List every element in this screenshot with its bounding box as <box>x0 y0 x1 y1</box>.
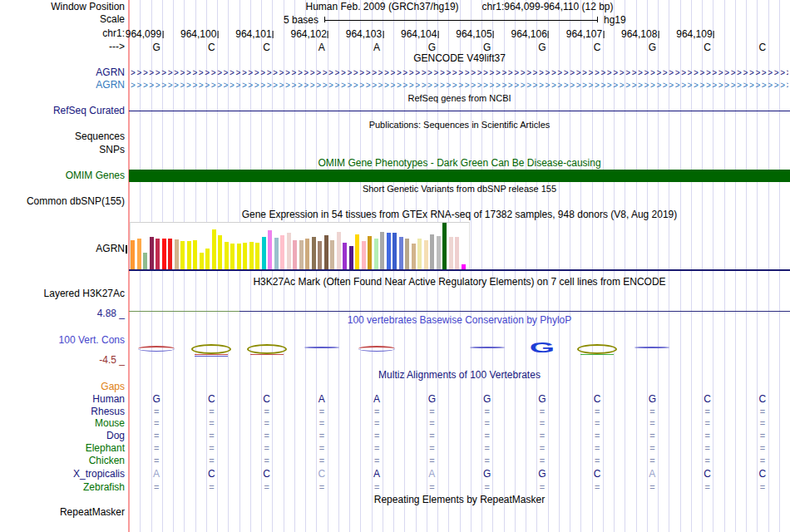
species-label-rhesus[interactable]: Rhesus <box>0 406 125 417</box>
multiz-gaps-label[interactable]: Gaps <box>0 382 125 392</box>
alignment-match-mark: = <box>319 406 324 417</box>
alignment-match-mark: = <box>319 418 324 429</box>
alignment-base: C <box>704 469 711 480</box>
gencode-gene-label-agrn-2[interactable]: AGRN <box>0 80 125 91</box>
gtex-tissue-bar <box>355 234 359 270</box>
species-label-x-tropicalis[interactable]: X_tropicalis <box>0 469 125 480</box>
gtex-tissue-bar <box>187 241 191 270</box>
alignment-match-mark: = <box>760 406 765 417</box>
alignment-match-mark: = <box>209 431 214 441</box>
gtex-tissue-bar <box>212 229 216 270</box>
alignment-base: C <box>208 469 215 480</box>
gtex-tissue-bar <box>249 242 254 270</box>
snps-label[interactable]: SNPs <box>0 145 125 155</box>
gtex-tissue-bar <box>143 253 147 270</box>
gtex-gene-label[interactable]: AGRN <box>0 244 125 254</box>
ruler-bases[interactable]: GCCAAGGGCGCC <box>0 42 790 53</box>
gtex-tissue-bar <box>287 233 291 270</box>
alignment-match-mark: = <box>649 431 654 441</box>
gtex-tissue-bar <box>237 244 241 270</box>
ruler-base: G <box>428 42 436 53</box>
omim-genes-label[interactable]: OMIM Genes <box>0 170 125 181</box>
alignment-match-mark: = <box>540 443 545 454</box>
alignment-match-mark: = <box>154 406 159 417</box>
gtex-tissue-bar <box>449 237 453 270</box>
alignment-base: G <box>538 469 546 480</box>
gencode-transcript-agrn-2[interactable]: >>>>>>>>>>>>>>>>>>>>>>>>>>>>>>>>>>>>>>>>… <box>131 81 788 91</box>
assembly-name: hg19 <box>604 14 626 26</box>
alignment-match-mark: = <box>209 482 214 493</box>
layered-h3k27ac-label[interactable]: Layered H3K27Ac <box>0 288 125 299</box>
omim-gene-bar[interactable] <box>129 170 790 182</box>
gencode-transcript-agrn-1[interactable]: >>>>>>>>>>>>>>>>>>>>>>>>>>>>>>>>>>>>>>>>… <box>131 68 788 78</box>
alignment-match-mark: = <box>319 482 324 493</box>
phylop-underline <box>250 354 284 355</box>
phylop-axis-max-label: 4.88 _ <box>0 308 125 319</box>
gtex-expression-bar-chart[interactable] <box>130 222 470 270</box>
gtex-tissue-bar <box>399 237 403 270</box>
alignment-base: A <box>373 394 380 405</box>
ruler-tick <box>383 31 383 38</box>
refseq-curated-track-line[interactable] <box>129 111 790 111</box>
gtex-tissue-bar <box>168 239 172 270</box>
ruler-position: 964,099 <box>126 28 163 40</box>
gtex-tissue-bar <box>137 239 141 270</box>
gtex-tissue-bar <box>230 244 235 270</box>
ruler-position: 964,100 <box>180 28 218 40</box>
phylop-mark-lines <box>138 346 175 352</box>
alignment-match-mark: = <box>704 406 709 417</box>
alignment-match-mark: = <box>429 443 434 454</box>
phylop-track-title: 100 vertebrates Basewise Conservation by… <box>129 315 790 326</box>
gtex-tissue-bar <box>305 239 309 270</box>
species-label-dog[interactable]: Dog <box>0 431 125 441</box>
alignment-match-mark: = <box>704 431 709 441</box>
gtex-tissue-bar <box>437 236 441 270</box>
vert-cons-label[interactable]: 100 Vert. Cons <box>0 335 125 346</box>
ruler-position: 964,109 <box>676 28 713 40</box>
ruler-tick <box>328 31 328 38</box>
phylop-mark-blueline <box>304 347 339 348</box>
gtex-tissue-bar <box>337 232 341 270</box>
gtex-tissue-bar <box>349 246 353 270</box>
species-label-chicken[interactable]: Chicken <box>0 456 125 466</box>
refseq-curated-label[interactable]: RefSeq Curated <box>0 106 125 116</box>
alignment-match-mark: = <box>704 482 709 493</box>
gtex-tissue-bar <box>442 223 447 270</box>
phylop-underline <box>195 356 228 357</box>
position-range-title: chr1:964,099-964,110 (12 bp) <box>482 2 614 12</box>
gtex-tissue-bar <box>318 241 322 270</box>
species-label-elephant[interactable]: Elephant <box>0 443 125 454</box>
ruler-positions[interactable]: 964,099964,100964,101964,102964,103964,1… <box>0 28 790 40</box>
ruler-tick <box>437 31 438 38</box>
alignment-match-mark: = <box>540 406 545 417</box>
alignment-match-mark: = <box>595 431 600 441</box>
alignment-match-mark: = <box>209 406 214 417</box>
phylop-mark-oval <box>247 344 287 354</box>
species-label-mouse[interactable]: Mouse <box>0 418 125 429</box>
gencode-gene-label-agrn-1[interactable]: AGRN <box>0 67 125 78</box>
alignment-match-mark: = <box>264 443 269 454</box>
species-label-human[interactable]: Human <box>0 394 125 405</box>
alignment-base: C <box>759 469 767 480</box>
ruler-tick <box>603 31 604 38</box>
gtex-tissue-bar <box>162 239 166 270</box>
phylop-underline <box>195 354 228 355</box>
alignment-match-mark: = <box>264 418 269 429</box>
gtex-tissue-bar <box>374 239 378 270</box>
ruler-position: 964,108 <box>621 28 659 40</box>
alignment-match-mark: = <box>209 456 214 466</box>
h3k27ac-signal-segment-green[interactable] <box>129 311 239 312</box>
gtex-tissue-bar <box>274 238 279 270</box>
alignment-base: G <box>649 394 656 405</box>
alignment-match-mark: = <box>264 431 269 441</box>
h3k27ac-signal-segment-navy[interactable] <box>239 311 790 312</box>
common-dbsnp-label[interactable]: Common dbSNP(155) <box>0 196 125 207</box>
species-label-zebrafish[interactable]: Zebrafish <box>0 482 125 493</box>
sequences-label[interactable]: Sequences <box>0 131 125 142</box>
alignment-match-mark: = <box>595 482 600 493</box>
gtex-tissue-bar <box>150 237 154 270</box>
alignment-match-mark: = <box>595 456 600 466</box>
alignment-match-mark: = <box>209 418 214 429</box>
alignment-match-mark: = <box>264 482 269 493</box>
repeatmasker-label[interactable]: RepeatMasker <box>0 507 125 518</box>
